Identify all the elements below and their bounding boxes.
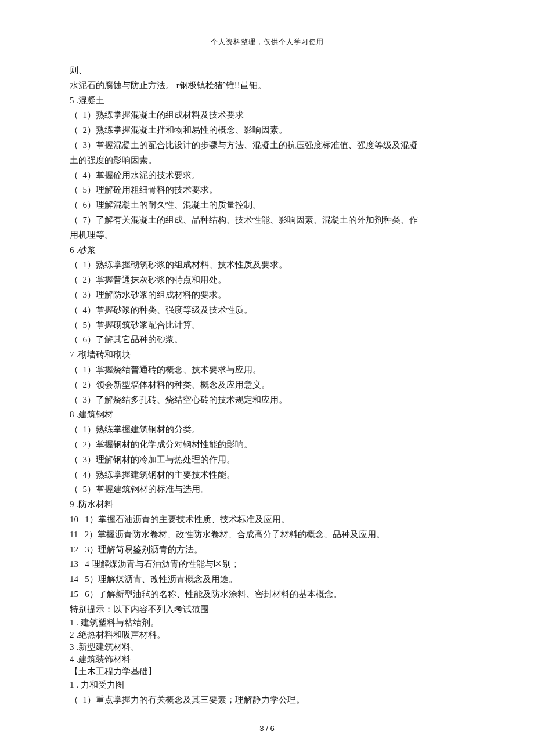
text-line: 5 .混凝土	[70, 93, 464, 108]
text-line: 7 .砌墙砖和砌块	[70, 348, 464, 363]
text-line: （ 5）掌握建筑钢材的标准与选用。	[70, 482, 464, 497]
text-line: 4 .建筑装饰材料	[70, 653, 464, 665]
text-line: 水泥石的腐蚀与防止方法。 r钢极镇桧猪ˆ锥!!苣钿。	[70, 78, 464, 93]
text-line: （ 3）掌握混凝土的配合比设计的步骤与方法、混凝土的抗压强度标准值、强度等级及混…	[70, 138, 464, 153]
text-line: （ 4）熟练掌握建筑钢材的主要技术性能。	[70, 468, 464, 483]
text-line: 特别提示：以下内容不列入考试范围	[70, 602, 464, 617]
text-line: 【土木工程力学基础】	[70, 665, 464, 678]
page: 个人资料整理，仅供个人学习使用 则、水泥石的腐蚀与防止方法。 r钢极镇桧猪ˆ锥!…	[0, 0, 534, 756]
document-body: 则、水泥石的腐蚀与防止方法。 r钢极镇桧猪ˆ锥!!苣钿。5 .混凝土（ 1）熟练…	[70, 63, 464, 708]
text-line: （ 6）了解其它品种的砂浆。	[70, 332, 464, 348]
text-line: （ 1）重点掌握力的有关概念及其三要素；理解静力学公理。	[70, 693, 464, 708]
text-line: 1 . 建筑塑料与粘结剂。	[70, 617, 464, 629]
text-line: 则、	[70, 63, 464, 78]
text-line: 8 .建筑钢材	[70, 407, 464, 422]
text-line: 6 .砂浆	[70, 243, 464, 258]
text-line: （ 1）熟练掌握混凝土的组成材料及技术要求	[70, 108, 464, 123]
text-line: （ 7）了解有关混凝土的组成、品种结构、技术性能、影响因素、混凝土的外加剂种类、…	[70, 213, 464, 228]
text-line: 1 . 力和受力图	[70, 678, 464, 693]
text-line: 土的强度的影响因素。	[70, 153, 464, 168]
text-line: （ 2）领会新型墙体材料的种类、概念及应用意义。	[70, 378, 464, 393]
text-line: （ 5）理解砼用粗细骨料的技术要求。	[70, 183, 464, 198]
page-header: 个人资料整理，仅供个人学习使用	[70, 37, 464, 47]
text-line: 13 4 理解煤沥青与石油沥青的性能与区别；	[70, 557, 464, 572]
text-line: （ 2）掌握普通抹灰砂浆的特点和用处。	[70, 273, 464, 288]
text-line: （ 1）熟练掌握建筑钢材的分类。	[70, 422, 464, 437]
text-line: 11 2）掌握沥青防水卷材、改性防水卷材、合成高分子材料的概念、品种及应用。	[70, 527, 464, 542]
text-line: （ 1）熟练掌握砌筑砂浆的组成材料、技术性质及要求。	[70, 258, 464, 273]
text-line: 9 .防水材料	[70, 497, 464, 512]
text-line: 10 1）掌握石油沥青的主要技术性质、技术标准及应用。	[70, 512, 464, 527]
text-line: （ 4）掌握砂浆的种类、强度等级及技术性质。	[70, 303, 464, 318]
text-line: （ 3）了解烧结多孔砖、烧结空心砖的技术规定和应用。	[70, 393, 464, 408]
text-line: 14 5）理解煤沥青、改性沥青概念及用途。	[70, 572, 464, 587]
text-line: 12 3）理解简易鉴别沥青的方法。	[70, 542, 464, 558]
text-line: （ 6）理解混凝土的耐久性、混凝土的质量控制。	[70, 198, 464, 213]
text-line: （ 4）掌握砼用水泥的技术要求。	[70, 168, 464, 183]
text-line: （ 3）理解防水砂浆的组成材料的要求。	[70, 288, 464, 303]
text-line: （ 5）掌握砌筑砂浆配合比计算。	[70, 318, 464, 333]
text-line: （ 2）掌握钢材的化学成分对钢材性能的影响。	[70, 437, 464, 453]
text-line: 3 .新型建筑材料。	[70, 641, 464, 653]
text-line: 用机理等。	[70, 228, 464, 243]
text-line: 2 .绝热材料和吸声材料。	[70, 629, 464, 641]
text-line: （ 3）理解钢材的冷加工与热处理的作用。	[70, 453, 464, 468]
text-line: （ 2）熟练掌握混凝土拌和物和易性的概念、影响因素。	[70, 123, 464, 138]
text-line: 15 6）了解新型油毡的名称、性能及防水涂料、密封材料的基本概念。	[70, 587, 464, 602]
page-number: 3 / 6	[0, 724, 534, 733]
text-line: （ 1）掌握烧结普通砖的概念、技术要求与应用。	[70, 363, 464, 378]
